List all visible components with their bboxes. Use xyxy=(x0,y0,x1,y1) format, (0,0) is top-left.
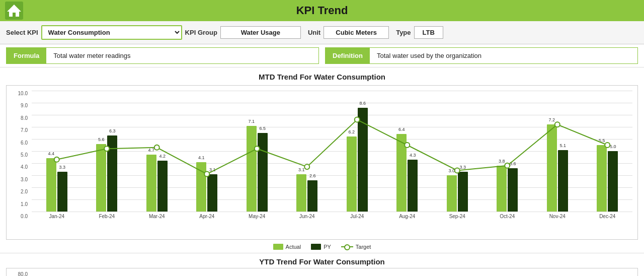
bar-group: 3.83.6 xyxy=(482,91,533,212)
mtd-chart-title: MTD Trend For Water Consumption xyxy=(6,73,638,81)
header: KPI Trend xyxy=(0,0,644,21)
y-label-7: 7.0 xyxy=(21,127,30,133)
bar-py: 8.6 xyxy=(358,108,368,212)
type-label: Type xyxy=(396,29,411,36)
toolbar: Select KPI Water Consumption KPI Group W… xyxy=(0,21,644,44)
legend-py: PY xyxy=(311,244,331,250)
legend-target-line xyxy=(341,246,353,247)
bar-actual: 6.2 xyxy=(347,136,357,212)
bar-actual: 4.1 xyxy=(196,162,206,212)
bar-py: 3.3 xyxy=(57,172,67,212)
y-label-5: 5.0 xyxy=(21,152,30,158)
bar-actual: 5.6 xyxy=(96,144,106,212)
bar-group: 3.03.3 xyxy=(432,91,482,212)
bar-py: 4.3 xyxy=(408,160,418,212)
bar-actual: 4.7 xyxy=(146,155,156,212)
bar-group: 6.44.3 xyxy=(382,91,433,212)
bar-group: 3.12.6 xyxy=(282,91,333,212)
bar-actual: 3.1 xyxy=(296,174,306,212)
x-label: Oct-24 xyxy=(482,214,533,219)
y-label-3: 3.0 xyxy=(21,177,30,182)
bar-actual: 4.4 xyxy=(46,158,56,212)
bar-group: 4.43.3 xyxy=(32,91,82,212)
bar-actual: 7.1 xyxy=(247,126,257,212)
bar-py: 5.0 xyxy=(608,151,618,212)
legend-target: Target xyxy=(341,244,371,250)
definition-value: Total water used by the organization xyxy=(370,48,489,63)
ytd-chart-container: 80.0 xyxy=(6,268,638,276)
legend-py-color xyxy=(311,244,321,250)
select-kpi-label: Select KPI xyxy=(6,29,38,36)
formula-value: Total water meter readings xyxy=(46,48,137,63)
y-axis: 10.0 9.0 8.0 7.0 6.0 5.0 4.0 3.0 2.0 1.0… xyxy=(7,91,30,219)
chart-legend: Actual PY Target xyxy=(6,244,638,250)
ytd-y-label: 80.0 xyxy=(7,271,30,276)
legend-actual-label: Actual xyxy=(286,244,301,250)
bar-py: 4.2 xyxy=(157,161,168,212)
formula-box: Formula Total water meter readings xyxy=(6,47,319,64)
y-label-10: 10.0 xyxy=(18,91,30,96)
legend-target-label: Target xyxy=(356,244,371,250)
home-icon[interactable] xyxy=(5,2,23,20)
y-label-9: 9.0 xyxy=(21,103,30,108)
definition-label: Definition xyxy=(326,48,370,63)
y-label-1: 1.0 xyxy=(21,201,30,207)
legend-py-label: PY xyxy=(324,244,331,250)
x-label: Aug-24 xyxy=(382,214,433,219)
y-label-4: 4.0 xyxy=(21,164,30,170)
bar-py: 3.3 xyxy=(458,172,468,212)
type-value: LTB xyxy=(414,26,443,39)
bar-group: 7.16.5 xyxy=(232,91,282,212)
bar-py: 6.3 xyxy=(107,135,117,212)
bars-container: 4.43.35.66.34.74.24.13.17.16.53.12.66.28… xyxy=(32,91,632,212)
bar-actual: 6.4 xyxy=(396,134,407,212)
x-label: Dec-24 xyxy=(583,214,633,219)
ytd-section: YTD Trend For Water Consumption 80.0 xyxy=(0,253,644,276)
grid-and-bars: 4.43.35.66.34.74.24.13.17.16.53.12.66.28… xyxy=(32,91,632,212)
legend-actual: Actual xyxy=(273,244,301,250)
info-row: Formula Total water meter readings Defin… xyxy=(0,44,644,67)
x-label: Sep-24 xyxy=(432,214,482,219)
formula-label: Formula xyxy=(7,48,46,63)
bar-py: 2.6 xyxy=(307,180,317,212)
x-labels: Jan-24Feb-24Mar-24Apr-24May-24Jun-24Jul-… xyxy=(32,214,632,219)
definition-box: Definition Total water used by the organ… xyxy=(325,47,638,64)
bar-group: 5.66.3 xyxy=(82,91,132,212)
x-label: Jul-24 xyxy=(332,214,382,219)
kpi-select-wrapper[interactable]: Water Consumption xyxy=(41,25,182,40)
bar-actual: 3.0 xyxy=(447,175,457,212)
bar-group: 7.25.1 xyxy=(532,91,583,212)
bar-group: 6.28.6 xyxy=(332,91,382,212)
x-label: Nov-24 xyxy=(532,214,583,219)
x-label: May-24 xyxy=(232,214,282,219)
x-label: Feb-24 xyxy=(82,214,132,219)
legend-actual-color xyxy=(273,244,283,250)
bar-group: 4.13.1 xyxy=(182,91,232,212)
x-label: Mar-24 xyxy=(132,214,182,219)
bar-group: 4.74.2 xyxy=(132,91,182,212)
y-label-6: 6.0 xyxy=(21,140,30,146)
y-label-2: 2.0 xyxy=(21,189,30,194)
x-label: Jan-24 xyxy=(32,214,82,219)
mtd-chart-section: MTD Trend For Water Consumption 10.0 9.0… xyxy=(0,67,644,253)
page-title: KPI Trend xyxy=(296,4,348,17)
x-label: Jun-24 xyxy=(282,214,333,219)
bar-py: 3.1 xyxy=(207,174,217,212)
bar-py: 3.6 xyxy=(508,168,518,212)
ytd-chart-title: YTD Trend For Water Consumption xyxy=(6,257,638,266)
bar-py: 6.5 xyxy=(258,133,268,212)
unit-label: Unit xyxy=(308,29,320,36)
x-label: Apr-24 xyxy=(182,214,232,219)
unit-value: Cubic Meters xyxy=(324,26,389,39)
y-label-0: 0.0 xyxy=(21,214,30,219)
kpi-select[interactable]: Water Consumption xyxy=(42,26,181,39)
kpi-group-label: KPI Group xyxy=(185,29,217,36)
bar-actual: 5.5 xyxy=(597,145,607,212)
bar-py: 5.1 xyxy=(558,150,568,212)
bar-actual: 3.8 xyxy=(497,166,507,212)
bar-actual: 7.2 xyxy=(547,124,557,212)
mtd-chart-container: 10.0 9.0 8.0 7.0 6.0 5.0 4.0 3.0 2.0 1.0… xyxy=(6,85,638,240)
kpi-group-value: Water Usage xyxy=(220,26,301,39)
y-label-8: 8.0 xyxy=(21,115,30,121)
bar-group: 5.55.0 xyxy=(583,91,633,212)
